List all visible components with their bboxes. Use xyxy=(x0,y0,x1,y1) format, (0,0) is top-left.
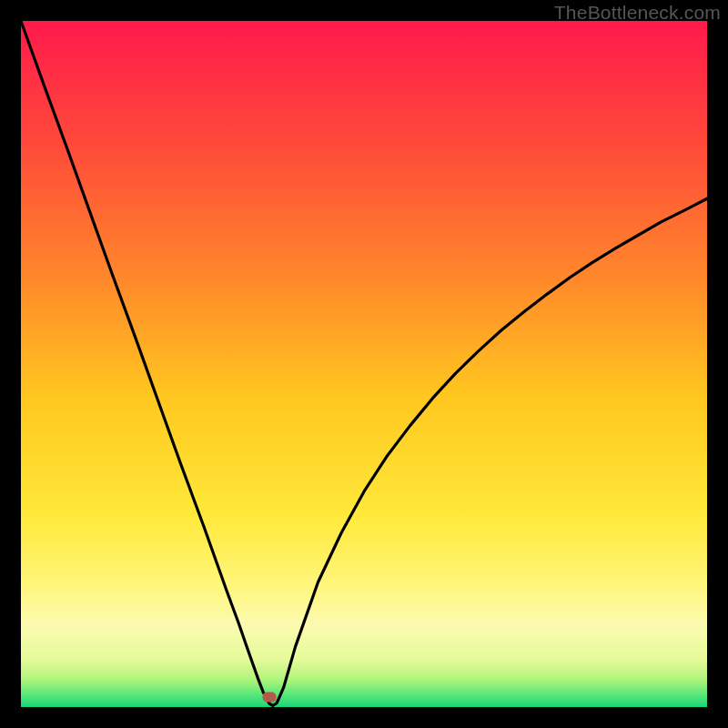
watermark-text: TheBottleneck.com xyxy=(554,2,721,24)
curve-path xyxy=(21,21,707,705)
optimal-point-marker xyxy=(262,693,276,703)
bottleneck-curve xyxy=(21,21,707,707)
chart-frame: TheBottleneck.com xyxy=(0,0,728,728)
